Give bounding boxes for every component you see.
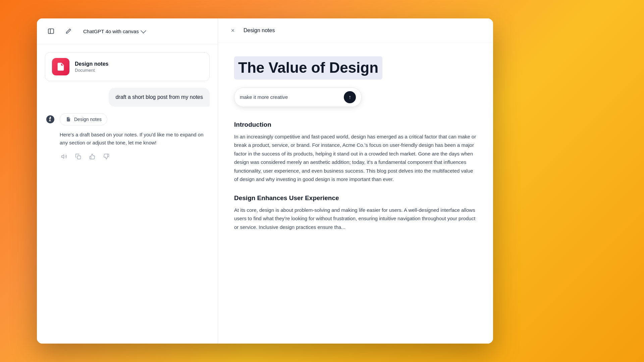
thumbs-down-button[interactable]	[102, 152, 111, 161]
document-subtitle: Document	[75, 68, 108, 73]
blog-title-highlight: The Value of Design	[234, 56, 477, 90]
document-card[interactable]: Design notes Document	[45, 52, 210, 81]
intro-text: In an increasingly competitive and fast-…	[234, 132, 477, 184]
chevron-down-icon	[141, 28, 146, 34]
openai-icon	[46, 115, 55, 124]
chat-content: Design notes Document draft a short blog…	[37, 44, 218, 344]
right-header: × Design notes	[218, 18, 493, 43]
left-panel: ChatGPT 4o with canvas Design notes Docu…	[37, 18, 218, 344]
svg-rect-0	[48, 29, 54, 34]
copy-icon	[75, 154, 81, 160]
copy-button[interactable]	[74, 152, 83, 161]
left-header: ChatGPT 4o with canvas	[37, 18, 218, 44]
intro-heading: Introduction	[234, 121, 477, 128]
inline-edit-box: ↑	[234, 87, 362, 107]
design-notes-reference-pill[interactable]: Design notes	[60, 113, 107, 125]
right-panel-title: Design notes	[244, 27, 275, 34]
inline-edit-input[interactable]	[240, 94, 340, 100]
volume-button[interactable]	[60, 152, 68, 161]
svg-marker-2	[62, 155, 64, 159]
ai-response: Design notes Here's a draft based on you…	[45, 113, 210, 161]
thumbs-up-icon	[89, 154, 95, 160]
thumbs-up-button[interactable]	[88, 152, 97, 161]
close-panel-button[interactable]: ×	[227, 25, 238, 36]
doc-svg	[56, 62, 65, 71]
right-panel: × Design notes The Value of Design ↑ Int…	[218, 18, 493, 344]
section1-text: At its core, design is about problem-sol…	[234, 206, 477, 232]
document-title: Design notes	[75, 61, 108, 67]
user-message-bubble: draft a short blog post from my notes	[109, 88, 210, 107]
model-name-label: ChatGPT 4o with canvas	[83, 28, 139, 34]
inline-send-button[interactable]: ↑	[344, 91, 356, 103]
inline-edit-container: ↑	[234, 90, 477, 110]
section1-heading: Design Enhances User Experience	[234, 194, 477, 202]
design-notes-pill-label: Design notes	[74, 117, 102, 122]
ai-avatar	[45, 114, 56, 125]
close-icon: ×	[231, 27, 235, 34]
pill-doc-icon	[65, 116, 71, 122]
send-arrow-icon: ↑	[348, 95, 351, 100]
svg-rect-3	[77, 156, 81, 159]
volume-icon	[61, 154, 67, 160]
pill-document-svg	[66, 117, 71, 122]
thumbs-down-icon	[103, 154, 109, 160]
app-window: ChatGPT 4o with canvas Design notes Docu…	[37, 18, 493, 344]
document-icon	[52, 58, 69, 75]
ai-response-header: Design notes	[45, 113, 210, 125]
ai-response-text: Here's a draft based on your notes. If y…	[45, 131, 210, 147]
document-info: Design notes Document	[75, 61, 108, 73]
model-selector-button[interactable]: ChatGPT 4o with canvas	[80, 26, 148, 36]
blog-content-area: The Value of Design ↑ Introduction In an…	[218, 43, 493, 344]
edit-button[interactable]	[62, 25, 74, 37]
feedback-actions	[45, 152, 210, 161]
user-message-container: draft a short blog post from my notes	[45, 88, 210, 107]
sidebar-toggle-button[interactable]	[45, 25, 57, 37]
blog-title[interactable]: The Value of Design	[234, 56, 382, 79]
